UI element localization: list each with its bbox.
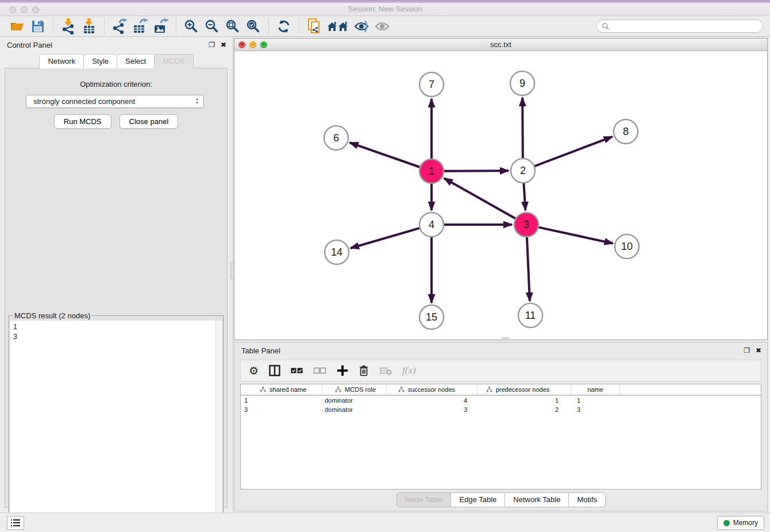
- zoom-fit-icon[interactable]: [224, 18, 241, 35]
- cell-shared-name[interactable]: 3: [241, 406, 322, 413]
- tab-node-table[interactable]: Node Table: [396, 492, 452, 507]
- search-box[interactable]: [596, 20, 763, 33]
- graph-node-label: 15: [426, 311, 437, 323]
- cell-predecessor-nodes[interactable]: 1: [478, 397, 571, 404]
- result-scrollbar[interactable]: [215, 321, 222, 531]
- graph-node-label: 10: [621, 241, 633, 252]
- graph-edge-1-6[interactable]: [350, 142, 420, 167]
- export-image-icon[interactable]: [152, 18, 170, 35]
- tree-icon: [260, 387, 266, 392]
- task-history-button[interactable]: [7, 516, 24, 530]
- zoom-in-icon[interactable]: [183, 18, 200, 35]
- close-panel-button[interactable]: Close panel: [120, 114, 179, 129]
- table-panel-title: Table Panel: [241, 346, 280, 355]
- graph-edge-3-1[interactable]: [444, 178, 515, 218]
- tab-network-table[interactable]: Network Table: [505, 492, 569, 507]
- table-settings-gear-icon[interactable]: ⚙: [249, 363, 259, 378]
- export-table-icon[interactable]: [132, 18, 149, 35]
- column-header-predecessor-nodes[interactable]: predecessor nodes: [478, 384, 571, 395]
- accent-strip: [0, 0, 770, 3]
- save-session-icon[interactable]: [29, 18, 47, 35]
- control-panel-close-icon[interactable]: ✖: [221, 41, 226, 48]
- column-header-successor-nodes[interactable]: successor nodes: [387, 384, 478, 395]
- refresh-icon[interactable]: [275, 18, 292, 35]
- add-column-plus-icon[interactable]: [337, 363, 348, 378]
- delete-column-trash-icon[interactable]: [359, 363, 369, 378]
- tab-motifs[interactable]: Motifs: [568, 492, 606, 507]
- column-header-shared-name[interactable]: shared name: [241, 384, 322, 395]
- delete-table-icon: [379, 363, 392, 378]
- node-table[interactable]: shared name MCDS role successor nodes pr…: [240, 384, 761, 489]
- column-browser-icon[interactable]: [269, 363, 280, 378]
- memory-status-dot: [723, 520, 730, 526]
- tab-network[interactable]: Network: [39, 54, 84, 68]
- control-panel-title: Control Panel: [7, 41, 52, 49]
- graph-edge-2-8[interactable]: [535, 137, 613, 166]
- graph-edge-2-3[interactable]: [523, 183, 525, 210]
- search-input[interactable]: [610, 22, 763, 30]
- cell-name[interactable]: 1: [571, 397, 620, 404]
- cell-mcds-role[interactable]: dominator: [322, 406, 387, 413]
- status-bar: Memory: [0, 512, 770, 532]
- table-panel-close-icon[interactable]: ✖: [756, 347, 761, 354]
- control-panel-float-icon[interactable]: ❐: [209, 41, 215, 48]
- resize-handle[interactable]: [501, 337, 509, 339]
- network-window-title: scc.txt: [234, 40, 767, 49]
- column-label: name: [587, 386, 603, 393]
- network-window: ✕ − + scc.txt 7968124314101511: [234, 38, 768, 340]
- tab-select[interactable]: Select: [117, 54, 155, 68]
- column-label: predecessor nodes: [496, 386, 550, 393]
- graph-edge-1-2[interactable]: [444, 171, 509, 171]
- list-icon: [11, 519, 20, 527]
- graph-edge-2-9[interactable]: [522, 98, 523, 158]
- toolbar-separator: [299, 18, 299, 34]
- first-neighbors-icon[interactable]: [326, 18, 349, 35]
- column-label: shared name: [270, 386, 306, 393]
- network-graph: 7968124314101511: [234, 51, 767, 340]
- cell-name[interactable]: 3: [571, 406, 620, 413]
- network-window-titlebar[interactable]: ✕ − + scc.txt: [234, 38, 767, 51]
- clone-network-icon[interactable]: [306, 18, 323, 35]
- optimization-criterion-dropdown[interactable]: strongly connected component ▲▼: [26, 95, 204, 108]
- graph-node-label: 11: [525, 310, 536, 321]
- table-panel-float-icon[interactable]: ❐: [744, 347, 750, 354]
- cell-shared-name[interactable]: 1: [241, 397, 322, 404]
- tab-style[interactable]: Style: [83, 54, 117, 68]
- import-table-icon[interactable]: [80, 18, 98, 35]
- cell-successor-nodes[interactable]: 4: [387, 397, 478, 404]
- network-canvas[interactable]: 7968124314101511: [234, 51, 767, 340]
- run-mcds-button[interactable]: Run MCDS: [54, 114, 111, 129]
- cell-mcds-role[interactable]: dominator: [322, 397, 387, 404]
- hide-selected-icon[interactable]: [353, 18, 370, 35]
- memory-button[interactable]: Memory: [717, 516, 764, 530]
- graph-node-label: 2: [520, 165, 526, 176]
- function-builder-icon: f(x): [402, 363, 416, 378]
- cell-successor-nodes[interactable]: 3: [387, 406, 478, 413]
- select-all-columns-icon[interactable]: [291, 363, 303, 378]
- chevron-updown-icon: ▲▼: [195, 97, 199, 105]
- main-toolbar: [0, 16, 770, 37]
- unselect-all-columns-icon[interactable]: [314, 363, 326, 378]
- toolbar-separator: [104, 18, 105, 34]
- column-header-mcds-role[interactable]: MCDS role: [322, 384, 387, 395]
- graph-edge-3-10[interactable]: [538, 228, 613, 244]
- tab-edge-table[interactable]: Edge Table: [451, 492, 505, 507]
- open-session-icon[interactable]: [9, 18, 26, 35]
- tab-mcds[interactable]: MCDS: [154, 54, 193, 68]
- optimization-criterion-label: Optimization criterion:: [5, 80, 227, 88]
- import-network-icon[interactable]: [60, 18, 77, 35]
- tree-icon: [486, 387, 492, 392]
- table-row[interactable]: 3 dominator 3 2 3: [241, 405, 761, 414]
- mcds-result-text[interactable]: 1 3: [10, 321, 215, 531]
- zoom-selected-icon[interactable]: [245, 18, 262, 35]
- control-panel: Control Panel ❐ ✖ Network Style Select M…: [0, 37, 232, 511]
- zoom-out-icon[interactable]: [203, 18, 221, 35]
- column-header-name[interactable]: name: [571, 384, 620, 395]
- table-row[interactable]: 1 dominator 4 1 1: [241, 396, 761, 405]
- table-header-row: shared name MCDS role successor nodes pr…: [241, 384, 761, 396]
- graph-node-label: 8: [623, 126, 629, 137]
- export-network-icon[interactable]: [111, 18, 128, 35]
- graph-edge-4-14[interactable]: [351, 228, 419, 248]
- cell-predecessor-nodes[interactable]: 2: [478, 406, 571, 413]
- graph-edge-3-11[interactable]: [527, 237, 530, 301]
